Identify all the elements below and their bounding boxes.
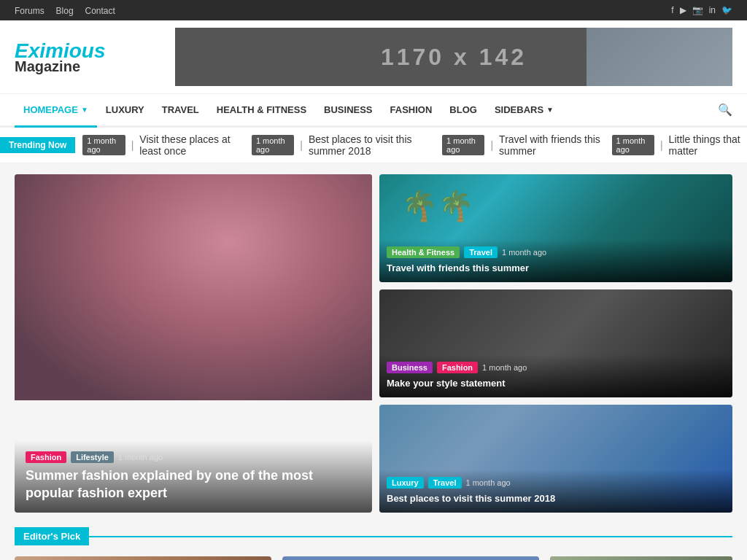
tag-fashion[interactable]: Fashion <box>26 451 66 463</box>
editor-article-2-image <box>282 556 539 560</box>
tag-luxury-3[interactable]: Luxury <box>387 477 424 489</box>
editor-article-1[interactable]: Editor's Pick Exercise Health & Fitness … <box>15 556 271 560</box>
chevron-down-icon: ▼ <box>81 106 88 114</box>
editor-article-2[interactable]: Editor's Pick Lifestyle Luxury Travel Vi… <box>282 556 539 560</box>
tag-travel-1[interactable]: Travel <box>464 246 498 258</box>
hero-overlay: Fashion Lifestyle 1 month ago Summer fas… <box>15 440 372 513</box>
tag-fashion-2[interactable]: Fashion <box>437 362 478 373</box>
trending-title-2[interactable]: Travel with friends this summer <box>499 133 605 157</box>
hero-side-articles: Health & Fitness Travel 1 month ago Trav… <box>379 174 732 513</box>
side-overlay-3: Luxury Travel 1 month ago Best places to… <box>379 470 732 513</box>
hero-main-title: Summer fashion explained by one of the m… <box>26 467 361 502</box>
instagram-icon[interactable]: 📷 <box>692 5 703 15</box>
social-icons: f ▶ 📷 in 🐦 <box>671 5 732 15</box>
trending-items: 1 month ago | Visit these places at leas… <box>82 133 747 157</box>
facebook-icon[interactable]: f <box>671 5 673 15</box>
nav-items: HOMEPAGE ▼ LUXURY TRAVEL HEALTH & FITNES… <box>15 94 562 125</box>
nav-homepage[interactable]: HOMEPAGE ▼ <box>15 94 97 128</box>
trending-title-3[interactable]: Little things that matter <box>669 133 747 157</box>
nav-blog[interactable]: Blog <box>56 6 74 16</box>
header: Eximious Magazine 1170 x 142 <box>0 20 747 93</box>
top-bar: Forums Blog Contact f ▶ 📷 in 🐦 <box>0 0 747 20</box>
nav-fashion[interactable]: FASHION <box>382 94 441 125</box>
side-3-tags: Luxury Travel 1 month ago <box>387 477 725 489</box>
hero-main-article[interactable]: Fashion Lifestyle 1 month ago Summer fas… <box>15 174 372 513</box>
search-icon[interactable]: 🔍 <box>718 103 732 117</box>
side-2-title: Make your style statement <box>387 378 725 390</box>
side-1-time: 1 month ago <box>502 248 546 257</box>
nav-forums[interactable]: Forums <box>15 6 44 16</box>
main-nav: HOMEPAGE ▼ LUXURY TRAVEL HEALTH & FITNES… <box>0 93 747 128</box>
editors-section: Editor's Pick Exercise Health & Fitness … <box>15 556 732 560</box>
side-article-3[interactable]: Luxury Travel 1 month ago Best places to… <box>379 405 732 513</box>
editors-articles: Editor's Pick Exercise Health & Fitness … <box>15 556 539 560</box>
hero-tags: Fashion Lifestyle 1 month ago <box>26 451 361 463</box>
banner-dimensions: 1170 x 142 <box>381 44 527 71</box>
tag-business[interactable]: Business <box>387 362 433 373</box>
side-2-tags: Business Fashion 1 month ago <box>387 362 725 373</box>
section-header: Editor's Pick <box>15 527 732 545</box>
nav-blog[interactable]: BLOG <box>441 94 486 125</box>
trending-title-0[interactable]: Visit these places at least once <box>139 133 246 157</box>
side-article-1[interactable]: Health & Fitness Travel 1 month ago Trav… <box>379 174 732 282</box>
nav-sidebars[interactable]: SIDEBARS ▼ <box>486 94 562 125</box>
trending-title-1[interactable]: Best places to visit this summer 2018 <box>309 133 436 157</box>
nav-luxury[interactable]: LUXURY <box>97 94 153 125</box>
side-2-time: 1 month ago <box>482 363 527 372</box>
tag-travel-3[interactable]: Travel <box>428 477 462 489</box>
editor-article-1-image <box>15 556 271 560</box>
trending-badge-0: 1 month ago <box>82 135 125 155</box>
hero-main-image <box>15 174 372 400</box>
banner-image <box>587 28 732 86</box>
nav-contact[interactable]: Contact <box>85 6 115 16</box>
section-line <box>89 536 732 537</box>
editors-pick-title: Editor's Pick <box>15 527 89 545</box>
trending-badge-2: 1 month ago <box>442 135 484 155</box>
tag-lifestyle[interactable]: Lifestyle <box>71 451 114 463</box>
side-1-title: Travel with friends this summer <box>387 262 725 275</box>
side-3-title: Best places to visit this summer 2018 <box>387 493 725 505</box>
trending-sep: | <box>131 139 134 151</box>
hero-section: Fashion Lifestyle 1 month ago Summer fas… <box>15 174 732 513</box>
ad-sidebar: 750 x 750 <box>550 556 732 560</box>
linkedin-icon[interactable]: in <box>709 5 716 15</box>
tag-health-fitness[interactable]: Health & Fitness <box>387 246 460 258</box>
side-1-tags: Health & Fitness Travel 1 month ago <box>387 246 725 258</box>
top-nav: Forums Blog Contact <box>15 4 124 16</box>
editors-pick-section: Editor's Pick Editor's Pick Exercise Hea… <box>15 527 732 560</box>
trending-badge-3: 1 month ago <box>612 135 654 155</box>
side-3-time: 1 month ago <box>466 478 511 487</box>
nav-health-fitness[interactable]: HEALTH & FITNESS <box>208 94 315 125</box>
trending-badge-1: 1 month ago <box>252 135 294 155</box>
chevron-down-icon: ▼ <box>546 106 554 114</box>
side-overlay-2: Business Fashion 1 month ago Make your s… <box>379 354 732 397</box>
trending-bar: Trending Now 1 month ago | Visit these p… <box>0 128 747 163</box>
trending-label: Trending Now <box>0 137 75 153</box>
twitter-icon[interactable]: 🐦 <box>721 5 732 15</box>
side-overlay-1: Health & Fitness Travel 1 month ago Trav… <box>379 239 732 282</box>
header-banner: 1170 x 142 <box>175 28 732 86</box>
youtube-icon[interactable]: ▶ <box>680 5 686 15</box>
nav-travel[interactable]: TRAVEL <box>153 94 208 125</box>
main-content: Fashion Lifestyle 1 month ago Summer fas… <box>0 163 747 560</box>
ad-image: 750 x 750 <box>550 556 732 560</box>
hero-time: 1 month ago <box>118 453 163 462</box>
side-article-2[interactable]: Business Fashion 1 month ago Make your s… <box>379 289 732 397</box>
nav-business[interactable]: BUSINESS <box>315 94 381 125</box>
logo[interactable]: Eximious Magazine <box>15 39 160 75</box>
